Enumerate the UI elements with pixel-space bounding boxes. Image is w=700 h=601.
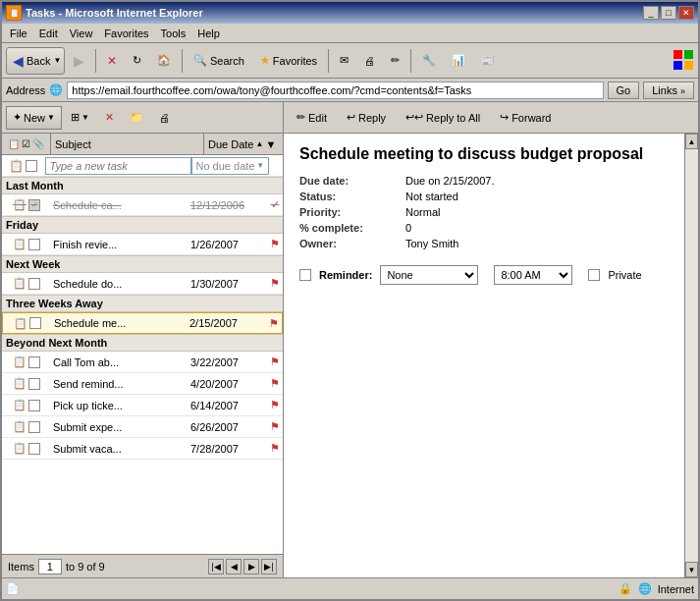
task-checkbox[interactable]	[28, 356, 40, 368]
task-check-area: 📋 ✓	[2, 198, 51, 211]
table-row[interactable]: 📋 Schedule do... 1/30/2007 ⚑	[2, 273, 283, 295]
pct-complete-label: % complete:	[299, 222, 398, 234]
new-task-date-field[interactable]: No due date ▼	[191, 157, 270, 175]
back-dropdown-icon: ▼	[53, 56, 61, 65]
minimize-button[interactable]: _	[643, 6, 659, 20]
new-task-checkbox[interactable]	[26, 160, 37, 172]
table-row[interactable]: 📋 ✓ Schedule ca... 12/12/2006 ✓	[2, 194, 283, 216]
task-flag-icon: ⚑	[267, 277, 283, 290]
extra-tools-button-3[interactable]: 📰	[474, 47, 502, 75]
edit-page-button[interactable]: ✏	[384, 47, 406, 75]
edit-button[interactable]: ✏ Edit	[288, 106, 336, 130]
task-checkbox[interactable]	[28, 278, 40, 290]
task-subject: Schedule ca...	[51, 199, 188, 211]
edit-page-icon: ✏	[391, 54, 400, 67]
home-button[interactable]: 🏠	[150, 47, 178, 75]
scroll-down-button[interactable]: ▼	[685, 562, 698, 577]
forward-button[interactable]: ↪ Forward	[491, 106, 560, 130]
go-button[interactable]: Go	[608, 82, 640, 99]
menu-file[interactable]: File	[4, 26, 33, 41]
maximize-button[interactable]: □	[661, 6, 676, 20]
table-row[interactable]: 📋 Schedule me... 2/15/2007 ⚑	[2, 312, 283, 334]
task-flag-icon: ⚑	[266, 317, 282, 330]
view-button[interactable]: ⊞ ▼	[64, 106, 96, 130]
task-checkbox[interactable]: ✓	[28, 199, 40, 211]
table-row[interactable]: 📋 Submit expe... 6/26/2007 ⚑	[2, 416, 283, 438]
reply-all-button[interactable]: ↩↩ Reply to All	[397, 106, 489, 130]
refresh-button[interactable]: ↻	[126, 47, 148, 75]
links-button[interactable]: Links »	[643, 82, 694, 99]
group-last-month: Last Month	[2, 177, 283, 194]
toolbar-separator-1	[95, 49, 96, 73]
task-checkbox[interactable]	[28, 400, 40, 411]
window-title: 📋 Tasks - Microsoft Internet Explorer	[6, 5, 203, 21]
due-date-label: Due date:	[299, 175, 398, 187]
task-checkbox[interactable]	[29, 317, 41, 329]
new-task-input[interactable]	[45, 157, 191, 175]
table-row[interactable]: 📋 Submit vaca... 7/28/2007 ⚑	[2, 438, 283, 460]
task-date: 6/14/2007	[188, 400, 267, 411]
move-task-button[interactable]: 📁	[123, 106, 150, 130]
task-checkbox[interactable]	[28, 443, 40, 455]
next-page-button[interactable]: ▶	[243, 559, 259, 574]
page-navigation: |◀ ◀ ▶ ▶|	[208, 559, 277, 574]
scroll-up-button[interactable]: ▲	[685, 134, 698, 149]
first-page-button[interactable]: |◀	[208, 559, 224, 574]
reminder-time-dropdown[interactable]: 8:00 AM	[494, 265, 572, 285]
favorites-icon: ★	[260, 54, 270, 67]
address-input[interactable]	[67, 82, 603, 99]
favorites-button[interactable]: ★ Favorites	[253, 47, 324, 75]
view-dropdown-icon: ▼	[81, 113, 89, 122]
task-subject: Call Tom ab...	[51, 356, 188, 368]
menu-tools[interactable]: Tools	[155, 26, 192, 41]
forward-button[interactable]: ▶	[67, 47, 91, 75]
col-check-header: 📋 ☑ 📎	[2, 134, 51, 154]
forward-icon: ▶	[74, 53, 84, 69]
back-button[interactable]: ◀ Back ▼	[6, 47, 65, 75]
scroll-track[interactable]	[685, 149, 698, 562]
menu-edit[interactable]: Edit	[33, 26, 64, 41]
task-flag-icon: ⚑	[267, 238, 283, 250]
table-row[interactable]: 📋 Send remind... 4/20/2007 ⚑	[2, 373, 283, 395]
close-button[interactable]: ✕	[678, 6, 694, 20]
menu-help[interactable]: Help	[191, 26, 226, 41]
table-row[interactable]: 📋 Pick up ticke... 6/14/2007 ⚑	[2, 395, 283, 416]
page-input[interactable]	[38, 559, 62, 574]
reminder-dropdown[interactable]: None	[380, 265, 478, 285]
task-checkbox[interactable]	[28, 378, 40, 390]
print-button[interactable]: 🖨	[357, 47, 382, 75]
task-flag-icon: ✓	[267, 198, 283, 211]
col-check-icon-3: 📎	[32, 138, 44, 149]
table-row[interactable]: 📋 Finish revie... 1/26/2007 ⚑	[2, 234, 283, 255]
stop-button[interactable]: ✕	[100, 47, 124, 75]
menu-favorites[interactable]: Favorites	[98, 26, 154, 41]
prev-page-button[interactable]: ◀	[226, 559, 242, 574]
search-button[interactable]: 🔍 Search	[187, 47, 251, 75]
task-subject: Submit expe...	[51, 421, 188, 433]
extra-icon-1: 🔧	[422, 54, 436, 67]
task-checkbox[interactable]	[28, 421, 40, 433]
detail-content: Schedule meeting to discuss budget propo…	[284, 134, 684, 577]
table-row[interactable]: 📋 Call Tom ab... 3/22/2007 ⚑	[2, 352, 283, 373]
reply-button[interactable]: ↩ Reply	[338, 106, 395, 130]
task-check-area: 📋	[3, 317, 52, 330]
extra-tools-button-2[interactable]: 📊	[445, 47, 472, 75]
last-page-button[interactable]: ▶|	[261, 559, 277, 574]
task-checkbox[interactable]	[28, 239, 40, 250]
reminder-checkbox[interactable]	[299, 269, 311, 281]
mail-button[interactable]: ✉	[333, 47, 355, 75]
delete-task-button[interactable]: ✕	[98, 106, 121, 130]
detail-scrollbar[interactable]: ▲ ▼	[684, 134, 698, 577]
menu-view[interactable]: View	[64, 26, 99, 41]
print-task-button[interactable]: 🖨	[152, 106, 177, 130]
col-subject-header[interactable]: Subject	[51, 134, 204, 154]
new-task-button[interactable]: ✦ New ▼	[6, 106, 62, 130]
col-date-header[interactable]: Due Date ▲ ▼	[204, 134, 283, 154]
task-flag-icon: ⚑	[267, 442, 283, 455]
group-three-weeks: Three Weeks Away	[2, 295, 283, 312]
extra-tools-button[interactable]: 🔧	[415, 47, 443, 75]
private-checkbox[interactable]	[588, 269, 600, 281]
task-check-area: 📋	[2, 238, 51, 250]
detail-title: Schedule meeting to discuss budget propo…	[299, 145, 669, 163]
extra-icon-2: 📊	[452, 54, 465, 67]
